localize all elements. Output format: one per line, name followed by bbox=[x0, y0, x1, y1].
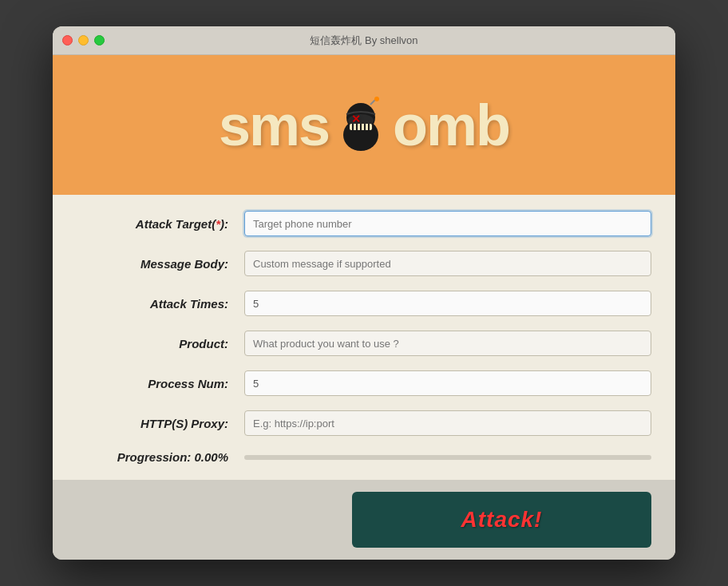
logo-right: omb bbox=[393, 93, 509, 158]
main-window: 短信轰炸机 By shellvon sms ✕ bbox=[53, 26, 675, 560]
attack-times-row: Attack Times: bbox=[77, 291, 651, 316]
message-body-label: Message Body: bbox=[77, 257, 244, 271]
maximize-button[interactable] bbox=[94, 35, 105, 46]
attack-target-input[interactable] bbox=[244, 211, 651, 236]
svg-point-11 bbox=[374, 97, 379, 101]
attack-button[interactable]: Attack! bbox=[352, 492, 651, 548]
progression-label: Progression: 0.00% bbox=[77, 450, 244, 464]
product-label: Product: bbox=[77, 337, 244, 350]
product-input[interactable] bbox=[244, 331, 651, 356]
product-row: Product: bbox=[77, 331, 651, 356]
form-content: Attack Target(*): Message Body: Attack T… bbox=[53, 195, 675, 480]
svg-line-10 bbox=[370, 100, 375, 105]
traffic-lights bbox=[62, 35, 105, 46]
progression-row: Progression: 0.00% bbox=[77, 450, 651, 480]
process-num-row: Process Num: bbox=[77, 370, 651, 396]
http-proxy-label: HTTP(S) Proxy: bbox=[77, 417, 244, 430]
attack-times-input[interactable] bbox=[244, 291, 651, 316]
message-body-input[interactable] bbox=[244, 251, 651, 276]
close-button[interactable] bbox=[62, 35, 73, 46]
process-num-label: Process Num: bbox=[77, 377, 244, 390]
logo: sms ✕ bbox=[219, 93, 509, 158]
progress-bar-container bbox=[244, 455, 651, 460]
svg-text:✕: ✕ bbox=[351, 113, 360, 125]
process-num-input[interactable] bbox=[244, 370, 651, 396]
attack-target-label: Attack Target(*): bbox=[77, 217, 244, 231]
http-proxy-input[interactable] bbox=[244, 410, 651, 436]
minimize-button[interactable] bbox=[78, 35, 89, 46]
header: sms ✕ bbox=[53, 55, 675, 195]
window-title: 短信轰炸机 By shellvon bbox=[310, 34, 417, 48]
titlebar: 短信轰炸机 By shellvon bbox=[53, 26, 675, 55]
footer: Attack! bbox=[53, 480, 675, 560]
attack-target-row: Attack Target(*): bbox=[77, 211, 651, 236]
http-proxy-row: HTTP(S) Proxy: bbox=[77, 410, 651, 436]
attack-times-label: Attack Times: bbox=[77, 297, 244, 311]
ninja-icon: ✕ bbox=[329, 93, 393, 157]
logo-left: sms bbox=[219, 93, 329, 158]
message-body-row: Message Body: bbox=[77, 251, 651, 276]
